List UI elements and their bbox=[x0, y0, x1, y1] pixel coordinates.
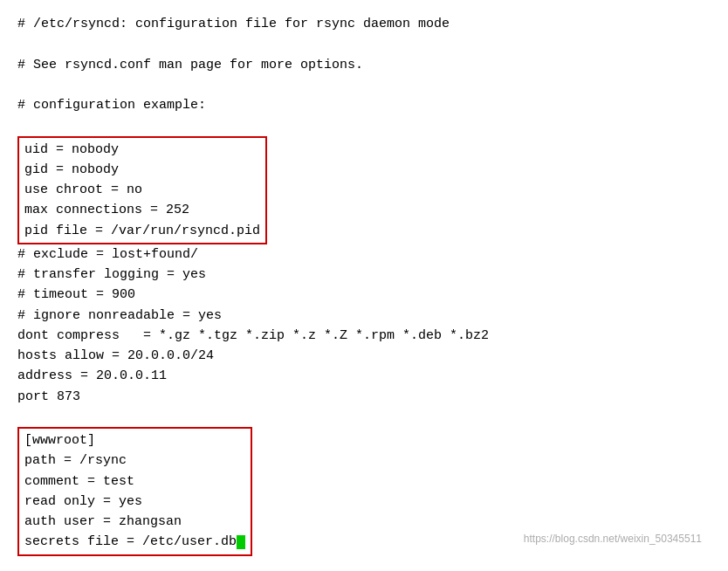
header-line-3: # See rsyncd.conf man page for more opti… bbox=[17, 55, 711, 75]
header-comments: # /etc/rsyncd: configuration file for rs… bbox=[17, 14, 711, 115]
comment-ignore: # ignore nonreadable = yes bbox=[17, 306, 711, 326]
middle-comments: # exclude = lost+found/ # transfer loggi… bbox=[17, 244, 711, 326]
comment-exclude: # exclude = lost+found/ bbox=[17, 244, 711, 265]
global-maxconn: max connections = 252 bbox=[24, 200, 260, 220]
module-comment: comment = test bbox=[24, 471, 245, 492]
global-section-box: uid = nobody gid = nobody use chroot = n… bbox=[17, 136, 267, 244]
setting-address: address = 20.0.0.11 bbox=[17, 366, 711, 386]
config-file-view: # /etc/rsyncd: configuration file for rs… bbox=[17, 14, 711, 556]
module-secrets: secrets file = /etc/user.db bbox=[24, 532, 245, 552]
global-chroot: use chroot = no bbox=[24, 180, 260, 200]
global-pidfile: pid file = /var/run/rsyncd.pid bbox=[24, 221, 260, 241]
header-line-4 bbox=[17, 75, 711, 95]
header-line-5: # configuration example: bbox=[17, 95, 711, 115]
comment-transfer: # transfer logging = yes bbox=[17, 265, 711, 285]
global-uid: uid = nobody bbox=[24, 140, 260, 160]
global-gid: gid = nobody bbox=[24, 160, 260, 180]
module-section-box: [wwwroot] path = /rsync comment = test r… bbox=[17, 427, 252, 556]
watermark: https://blog.csdn.net/weixin_50345511 bbox=[524, 531, 702, 547]
module-path: path = /rsync bbox=[24, 451, 245, 471]
comment-timeout: # timeout = 900 bbox=[17, 285, 711, 305]
module-readonly: read only = yes bbox=[24, 492, 245, 512]
cursor bbox=[237, 535, 245, 549]
header-line-1: # /etc/rsyncd: configuration file for rs… bbox=[17, 14, 711, 34]
setting-port: port 873 bbox=[17, 387, 711, 407]
module-name: [wwwroot] bbox=[24, 430, 245, 451]
setting-hosts: hosts allow = 20.0.0.0/24 bbox=[17, 346, 711, 366]
global-extra-settings: dont compress = *.gz *.tgz *.zip *.z *.Z… bbox=[17, 326, 711, 407]
header-line-2 bbox=[17, 34, 711, 54]
setting-compress: dont compress = *.gz *.tgz *.zip *.z *.Z… bbox=[17, 326, 711, 346]
module-authuser: auth user = zhangsan bbox=[24, 512, 245, 532]
